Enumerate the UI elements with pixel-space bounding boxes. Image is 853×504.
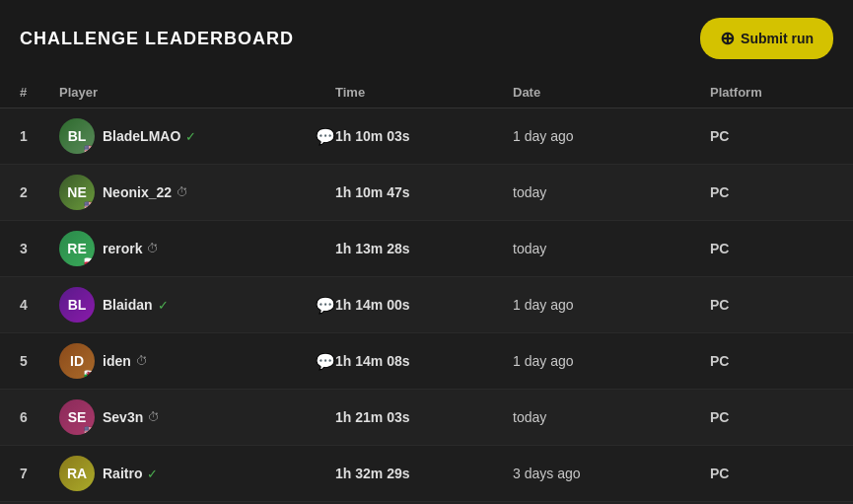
player-info: BladeLMAO ✓ xyxy=(103,128,308,144)
col-rank: # xyxy=(20,85,59,100)
player-name[interactable]: Neonix_22 xyxy=(103,184,172,200)
rank-cell: 4 xyxy=(20,297,59,313)
player-cell: RA Raitro ✓ xyxy=(59,456,335,491)
platform-cell: PC xyxy=(710,466,853,481)
avatar: BL xyxy=(59,287,95,323)
player-info: iden ⏱ xyxy=(103,353,308,369)
player-cell: BL Blaidan ✓ 💬 xyxy=(59,287,335,323)
col-player: Player xyxy=(59,85,335,100)
submit-run-button[interactable]: ⊕ Submit run xyxy=(700,18,833,59)
time-cell: 1h 13m 28s xyxy=(335,241,513,256)
date-cell: 1 day ago xyxy=(513,297,710,313)
time-cell: 1h 10m 47s xyxy=(335,184,513,200)
verified-icon: ✓ xyxy=(185,129,196,144)
avatar: ID 🏴󠁧󠁢󠁷󠁬󠁳󠁿 xyxy=(59,343,95,379)
page-header: CHALLENGE LEADERBOARD ⊕ Submit run xyxy=(0,0,853,77)
col-platform: Platform xyxy=(710,85,853,100)
flag-icon: 🇺🇸 xyxy=(84,426,95,435)
table-row[interactable]: 3 RE 🇵🇱 rerork ⏱ 1h 13m 28s today PC xyxy=(0,221,853,277)
table-row[interactable]: 6 SE 🇺🇸 Sev3n ⏱ 1h 21m 03s today PC xyxy=(0,390,853,446)
player-info: Sev3n ⏱ xyxy=(103,409,335,425)
date-cell: today xyxy=(513,241,710,256)
comment-icon[interactable]: 💬 xyxy=(316,127,335,146)
time-cell: 1h 10m 03s xyxy=(335,128,513,144)
avatar: RA xyxy=(59,456,95,491)
verified-icon: ✓ xyxy=(158,298,169,313)
time-cell: 1h 14m 08s xyxy=(335,353,513,369)
flag-icon: 🇵🇱 xyxy=(84,257,95,266)
flag-icon: 🇺🇸 xyxy=(84,201,95,210)
player-info: rerork ⏱ xyxy=(103,241,335,256)
flag-icon: 🏴󠁧󠁢󠁷󠁬󠁳󠁿 xyxy=(84,370,95,379)
table-row[interactable]: 1 BL 🇺🇸 BladeLMAO ✓ 💬 1h 10m 03s 1 day a… xyxy=(0,108,853,165)
player-name[interactable]: Sev3n xyxy=(103,409,143,425)
rank-cell: 6 xyxy=(20,409,59,425)
player-info: Blaidan ✓ xyxy=(103,297,308,313)
avatar: NE 🇺🇸 xyxy=(59,175,95,210)
clock-icon: ⏱ xyxy=(147,242,159,255)
time-cell: 1h 21m 03s xyxy=(335,409,513,425)
table-row[interactable]: 5 ID 🏴󠁧󠁢󠁷󠁬󠁳󠁿 iden ⏱ 💬 1h 14m 08s 1 day a… xyxy=(0,333,853,390)
time-cell: 1h 14m 00s xyxy=(335,297,513,313)
player-name[interactable]: Raitro xyxy=(103,466,142,481)
player-cell: ID 🏴󠁧󠁢󠁷󠁬󠁳󠁿 iden ⏱ 💬 xyxy=(59,343,335,379)
avatar: SE 🇺🇸 xyxy=(59,399,95,435)
rank-cell: 2 xyxy=(20,184,59,200)
avatar: RE 🇵🇱 xyxy=(59,231,95,266)
table-row[interactable]: 4 BL Blaidan ✓ 💬 1h 14m 00s 1 day ago PC xyxy=(0,277,853,333)
table-header: # Player Time Date Platform xyxy=(0,77,853,108)
platform-cell: PC xyxy=(710,128,853,144)
player-info: Neonix_22 ⏱ xyxy=(103,184,335,200)
player-name[interactable]: Blaidan xyxy=(103,297,153,313)
player-cell: BL 🇺🇸 BladeLMAO ✓ 💬 xyxy=(59,118,335,154)
date-cell: today xyxy=(513,184,710,200)
avatar: BL 🇺🇸 xyxy=(59,118,95,154)
col-time: Time xyxy=(335,85,513,100)
platform-cell: PC xyxy=(710,184,853,200)
player-name[interactable]: BladeLMAO xyxy=(103,128,180,144)
player-cell: SE 🇺🇸 Sev3n ⏱ xyxy=(59,399,335,435)
page-title: CHALLENGE LEADERBOARD xyxy=(20,29,294,49)
table-row[interactable]: 7 RA Raitro ✓ 1h 32m 29s 3 days ago PC xyxy=(0,446,853,502)
col-date: Date xyxy=(513,85,710,100)
table-row[interactable]: 2 NE 🇺🇸 Neonix_22 ⏱ 1h 10m 47s today PC xyxy=(0,165,853,221)
submit-run-label: Submit run xyxy=(741,31,814,46)
player-info: Raitro ✓ xyxy=(103,466,335,481)
verified-icon: ✓ xyxy=(147,467,158,481)
comment-icon[interactable]: 💬 xyxy=(316,296,335,315)
date-cell: 1 day ago xyxy=(513,353,710,369)
rank-cell: 3 xyxy=(20,241,59,256)
rank-cell: 1 xyxy=(20,128,59,144)
leaderboard-table: 1 BL 🇺🇸 BladeLMAO ✓ 💬 1h 10m 03s 1 day a… xyxy=(0,108,853,504)
clock-icon: ⏱ xyxy=(177,185,188,199)
player-cell: RE 🇵🇱 rerork ⏱ xyxy=(59,231,335,266)
platform-cell: PC xyxy=(710,241,853,256)
player-name[interactable]: rerork xyxy=(103,241,142,256)
rank-cell: 5 xyxy=(20,353,59,369)
player-name[interactable]: iden xyxy=(103,353,131,369)
platform-cell: PC xyxy=(710,297,853,313)
time-cell: 1h 32m 29s xyxy=(335,466,513,481)
date-cell: today xyxy=(513,409,710,425)
plus-icon: ⊕ xyxy=(720,28,735,49)
clock-icon: ⏱ xyxy=(148,410,160,424)
date-cell: 3 days ago xyxy=(513,466,710,481)
flag-icon: 🇺🇸 xyxy=(84,145,95,154)
date-cell: 1 day ago xyxy=(513,128,710,144)
clock-icon: ⏱ xyxy=(136,354,148,368)
platform-cell: PC xyxy=(710,409,853,425)
comment-icon[interactable]: 💬 xyxy=(316,352,335,371)
platform-cell: PC xyxy=(710,353,853,369)
rank-cell: 7 xyxy=(20,466,59,481)
player-cell: NE 🇺🇸 Neonix_22 ⏱ xyxy=(59,175,335,210)
